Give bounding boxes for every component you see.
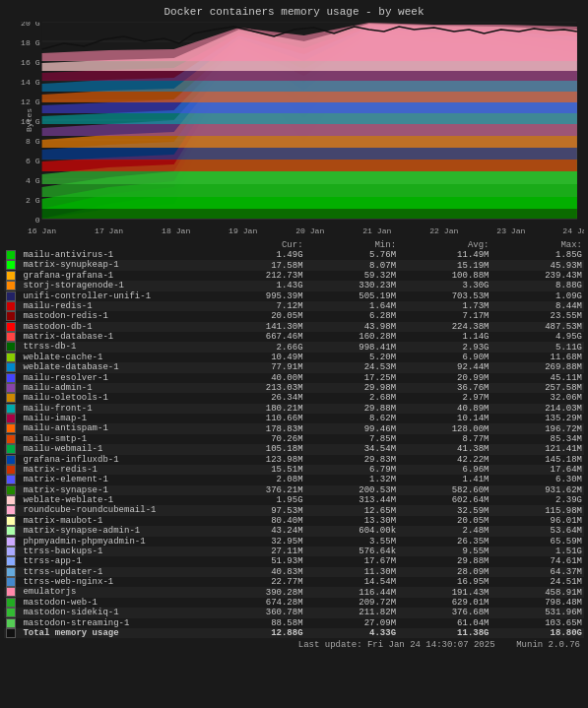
legend-color-box bbox=[6, 444, 16, 454]
legend-min: 313.44M bbox=[305, 495, 398, 505]
table-row: ttrss-updater-1 40.83M 11.30M 28.09M 64.… bbox=[4, 567, 584, 577]
table-row: phpmyadmin-phpmyadmin-1 32.95M 3.55M 26.… bbox=[4, 537, 584, 547]
legend-name: mailu-front-1 bbox=[23, 404, 92, 414]
legend-name: weblate-database-1 bbox=[23, 363, 118, 373]
legend-color-box bbox=[6, 393, 16, 403]
legend-max: 64.37M bbox=[491, 567, 584, 577]
svg-text:18 Jan: 18 Jan bbox=[162, 226, 190, 235]
table-row: storj-storagenode-1 1.43G 330.23M 3.30G … bbox=[4, 281, 584, 290]
legend-avg: 11.49M bbox=[398, 250, 490, 260]
table-row: mailu-antispam-1 178.83M 99.46M 128.00M … bbox=[4, 423, 584, 433]
table-row: mastodon-streaming-1 88.58M 27.09M 61.04… bbox=[4, 618, 584, 628]
table-row: mailu-resolver-1 40.00M 17.25M 20.99M 45… bbox=[4, 373, 584, 383]
legend-color-box bbox=[6, 322, 16, 332]
legend-min: 160.28M bbox=[305, 332, 398, 342]
legend-name: ttrss-db-1 bbox=[23, 343, 76, 353]
table-row: weblate-weblate-1 1.95G 313.44M 602.64M … bbox=[4, 495, 584, 505]
table-row: mailu-oletools-1 26.34M 2.68M 2.97M 32.0… bbox=[4, 393, 584, 403]
legend-color-box bbox=[6, 383, 16, 393]
legend-label: weblate-weblate-1 bbox=[4, 495, 212, 505]
legend-cur: 2.08M bbox=[212, 475, 304, 484]
legend-min: 29.83M bbox=[305, 455, 398, 465]
legend-label: matrix-synapse-admin-1 bbox=[4, 526, 212, 536]
legend-min: 330.23M bbox=[305, 281, 398, 290]
legend-color-box bbox=[6, 455, 16, 465]
legend-max: 931.62M bbox=[491, 485, 584, 495]
legend-color-box bbox=[6, 271, 16, 281]
legend-name: mastodon-sidekiq-1 bbox=[23, 609, 118, 618]
legend-name: mastodon-streaming-1 bbox=[23, 618, 129, 628]
legend-name: matrix-synapse-admin-1 bbox=[23, 527, 140, 537]
legend-cur: 77.91M bbox=[212, 362, 304, 372]
legend-label: weblate-database-1 bbox=[4, 362, 212, 372]
legend-avg: 602.64M bbox=[398, 495, 490, 505]
legend-name: matrix-database-1 bbox=[23, 332, 113, 342]
legend-avg: 11.38G bbox=[398, 628, 490, 638]
legend-min: 2.68M bbox=[305, 393, 398, 403]
legend-max: 18.80G bbox=[491, 628, 584, 638]
legend-color-box bbox=[6, 547, 16, 556]
legend-max: 53.64M bbox=[491, 526, 584, 536]
legend-name: ttrss-app-1 bbox=[23, 557, 81, 567]
table-row: grafana-grafana-1 212.73M 59.32M 100.88M… bbox=[4, 271, 584, 281]
legend-color-box bbox=[6, 362, 16, 372]
legend-name: weblate-weblate-1 bbox=[23, 495, 113, 505]
legend-name: mastodon-db-1 bbox=[23, 322, 92, 332]
chart-svg: 20 G 18 G 16 G 14 G 12 G 10 G 8 G 6 G 4 … bbox=[4, 22, 584, 238]
legend-cur: 17.58M bbox=[212, 260, 304, 270]
table-row: ttrss-db-1 2.66G 998.41M 2.93G 5.11G bbox=[4, 342, 584, 352]
legend-avg: 6.96M bbox=[398, 465, 490, 475]
legend-avg: 6.90M bbox=[398, 353, 490, 362]
legend-color-box bbox=[6, 404, 16, 414]
footer: Last update: Fri Jan 24 14:30:07 2025 Mu… bbox=[4, 638, 584, 652]
legend-min: 17.25M bbox=[305, 373, 398, 383]
table-row: ttrss-backups-1 27.11M 576.64k 9.55M 1.5… bbox=[4, 547, 584, 556]
legend-color-box bbox=[6, 301, 16, 311]
legend-cur: 88.58M bbox=[212, 618, 304, 628]
legend-label: mailu-resolver-1 bbox=[4, 373, 212, 383]
legend-cur: 1.43G bbox=[212, 281, 304, 290]
legend-name: roundcube-roundcubemail-1 bbox=[23, 506, 156, 516]
legend-name: ttrss-backups-1 bbox=[23, 547, 102, 556]
table-row: mastodon-db-1 141.30M 43.98M 224.38M 487… bbox=[4, 322, 584, 332]
header-avg: Avg: bbox=[398, 240, 490, 250]
legend-label: ttrss-web-nginx-1 bbox=[4, 577, 212, 587]
legend-max: 214.03M bbox=[491, 404, 584, 414]
table-row: mastodon-sidekiq-1 360.78M 211.82M 376.6… bbox=[4, 608, 584, 617]
legend-cur: 97.53M bbox=[212, 505, 304, 515]
legend-cur: 12.88G bbox=[212, 628, 304, 638]
legend-avg: 629.01M bbox=[398, 598, 490, 608]
legend-color-box bbox=[6, 505, 16, 515]
legend-min: 43.98M bbox=[305, 322, 398, 332]
legend-min: 4.33G bbox=[305, 628, 398, 638]
svg-text:21 Jan: 21 Jan bbox=[362, 226, 391, 235]
table-row: matrix-element-1 2.08M 1.32M 1.41M 6.30M bbox=[4, 475, 584, 484]
legend-min: 29.98M bbox=[305, 383, 398, 393]
legend-name: phpmyadmin-phpmyadmin-1 bbox=[23, 537, 145, 547]
legend-avg: 1.41M bbox=[398, 475, 490, 484]
legend-avg: 9.55M bbox=[398, 547, 490, 556]
legend-avg: 1.14G bbox=[398, 332, 490, 342]
legend-cur: 1.95G bbox=[212, 495, 304, 505]
legend-avg: 191.43M bbox=[398, 587, 490, 597]
legend-avg: 10.14M bbox=[398, 414, 490, 423]
legend-name: Total memory usage bbox=[23, 628, 118, 638]
legend-max: 115.98M bbox=[491, 505, 584, 515]
legend-color-box bbox=[6, 342, 16, 352]
legend-color-box bbox=[6, 526, 16, 536]
legend-max: 531.96M bbox=[491, 608, 584, 617]
legend-cur: 141.30M bbox=[212, 322, 304, 332]
legend-avg: 41.38M bbox=[398, 444, 490, 454]
legend-max: 2.39G bbox=[491, 495, 584, 505]
table-row: ttrss-app-1 51.93M 17.67M 29.88M 74.61M bbox=[4, 556, 584, 566]
header-max: Max: bbox=[491, 240, 584, 250]
legend-color-box bbox=[6, 567, 16, 577]
table-row: ttrss-web-nginx-1 22.77M 14.54M 16.95M 2… bbox=[4, 577, 584, 587]
legend-name: mailu-redis-1 bbox=[23, 301, 92, 311]
legend-max: 798.48M bbox=[491, 598, 584, 608]
table-row: matrix-database-1 667.46M 160.28M 1.14G … bbox=[4, 332, 584, 342]
legend-label: mailu-imap-1 bbox=[4, 414, 212, 423]
legend-min: 8.62M bbox=[305, 414, 398, 423]
legend-avg: 20.05M bbox=[398, 516, 490, 526]
legend-name: weblate-cache-1 bbox=[23, 353, 102, 362]
